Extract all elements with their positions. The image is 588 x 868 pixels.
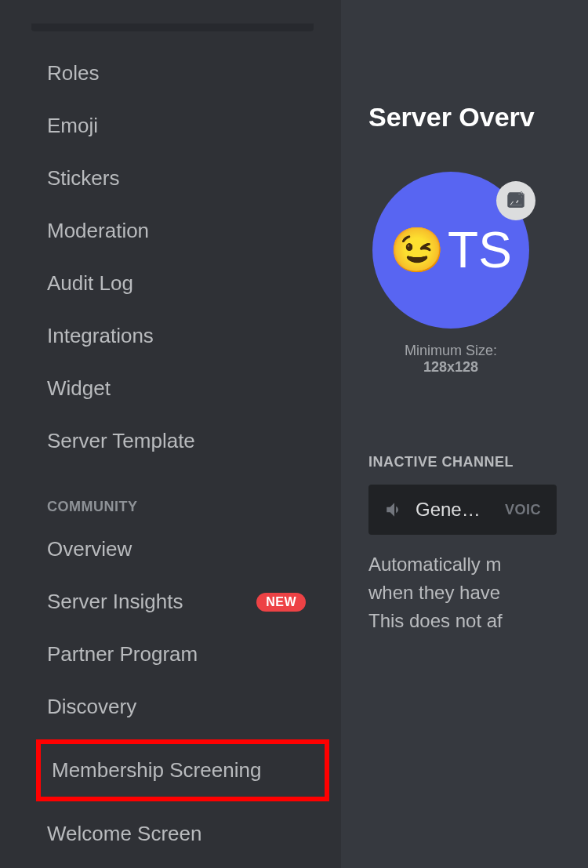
nav-audit-log[interactable]: Audit Log (47, 257, 306, 310)
nav-discovery[interactable]: Discovery (47, 681, 306, 733)
upload-image-button[interactable] (496, 181, 535, 220)
avatar-size-hint: Minimum Size: 128x128 (405, 343, 497, 376)
highlight-annotation: Membership Screening (36, 739, 329, 801)
main-content: Server Overv 😉 TS Minimum Size: 128x128 (341, 0, 588, 868)
nav-server-template[interactable]: Server Template (47, 415, 306, 467)
new-badge: NEW (256, 593, 306, 612)
inactive-channel-select[interactable]: Gene… VOIC (368, 485, 557, 535)
nav-label: Roles (47, 61, 99, 85)
nav-label: Stickers (47, 166, 119, 191)
nav-label: Widget (47, 376, 111, 401)
nav-label: Integrations (47, 324, 154, 348)
channel-name: Gene… (416, 499, 494, 521)
inactive-channel-label: INACTIVE CHANNEL (368, 454, 588, 470)
nav-partner-program[interactable]: Partner Program (47, 628, 306, 681)
nav-roles[interactable]: Roles (47, 47, 306, 100)
nav-welcome-screen[interactable]: Welcome Screen (47, 808, 306, 860)
server-avatar[interactable]: 😉 TS (372, 172, 529, 329)
nav-label: Welcome Screen (47, 822, 202, 846)
channel-type: VOIC (505, 502, 541, 518)
page-title: Server Overv (368, 102, 588, 133)
nav-label: Membership Screening (52, 758, 261, 783)
search-bar-bottom (31, 24, 314, 31)
avatar-emoji: 😉 (390, 224, 445, 276)
description-line: when they have (368, 579, 588, 607)
server-avatar-section: 😉 TS Minimum Size: 128x128 (368, 172, 533, 376)
nav-label: Discovery (47, 695, 136, 719)
nav-label: Overview (47, 537, 132, 561)
inactive-channel-description: Automatically m when they have This does… (368, 550, 588, 635)
nav-moderation[interactable]: Moderation (47, 205, 306, 257)
nav-label: Emoji (47, 114, 98, 138)
community-section-header: COMMUNITY (47, 467, 341, 523)
nav-label: Server Template (47, 429, 195, 453)
nav-stickers[interactable]: Stickers (47, 152, 306, 205)
nav-membership-screening[interactable]: Membership Screening (47, 754, 306, 787)
nav-emoji[interactable]: Emoji (47, 100, 306, 152)
nav-label: Server Insights (47, 590, 183, 614)
nav-label: Audit Log (47, 271, 133, 296)
nav-server-insights[interactable]: Server Insights NEW (47, 576, 306, 628)
nav-community-overview[interactable]: Overview (47, 523, 306, 576)
speaker-icon (384, 499, 405, 520)
description-line: Automatically m (368, 550, 588, 579)
upload-image-icon (506, 191, 526, 211)
nav-integrations[interactable]: Integrations (47, 310, 306, 362)
description-line: This does not af (368, 607, 588, 635)
avatar-initials: TS (448, 221, 512, 279)
nav-label: Moderation (47, 219, 149, 243)
nav-label: Partner Program (47, 642, 198, 666)
size-hint-label: Minimum Size: (405, 343, 497, 358)
nav-widget[interactable]: Widget (47, 362, 306, 415)
size-hint-value: 128x128 (405, 359, 497, 376)
settings-sidebar: Roles Emoji Stickers Moderation Audit Lo… (0, 0, 341, 868)
